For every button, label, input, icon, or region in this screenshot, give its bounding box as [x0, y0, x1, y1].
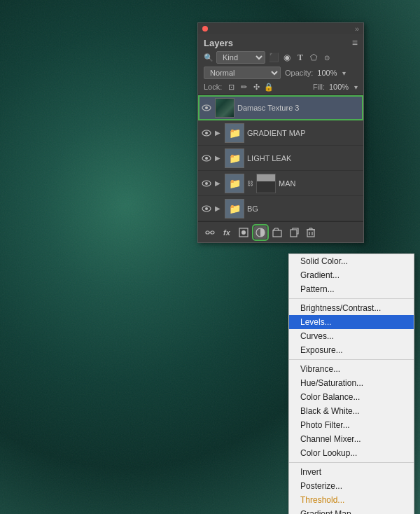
blend-mode-select[interactable]: Normal — [204, 67, 281, 79]
panel-title: Layers — [204, 38, 352, 48]
menu-item-brightness-contrast[interactable]: Brightness/Contrast... — [289, 301, 414, 315]
new-adjustment-button[interactable] — [254, 226, 267, 239]
menu-item-levels[interactable]: Levels... — [289, 315, 414, 329]
panel-header: Layers ≡ 🔍 Kind ⬛ ◉ T ⬠ ⊙ Normal Opacity… — [198, 34, 363, 95]
menu-item-threshold[interactable]: Threshold... — [289, 493, 414, 507]
layer-name: MAN — [279, 179, 360, 188]
blend-row: Normal Opacity: 100% ▾ — [204, 67, 358, 79]
fill-value: 100% — [329, 83, 350, 91]
type-filter-icon[interactable]: T — [295, 52, 306, 63]
layer-row[interactable]: ▶ 📁 ⛓ MAN — [198, 171, 363, 196]
link-layers-button[interactable] — [204, 226, 216, 239]
lock-row: Lock: ⊡ ✏ ✣ 🔒 Fill: 100% ▾ — [204, 82, 358, 92]
pixel-filter-icon[interactable]: ⬛ — [268, 52, 279, 63]
layer-row[interactable]: Damasc Texture 3 — [198, 95, 363, 120]
svg-rect-10 — [206, 231, 209, 234]
svg-rect-18 — [307, 230, 314, 237]
layer-name: LIGHT LEAK — [247, 154, 360, 162]
link-icon: ⛓ — [247, 180, 253, 187]
delete-layer-button[interactable] — [304, 226, 317, 239]
svg-point-14 — [241, 230, 246, 235]
menu-item-black-white[interactable]: Black & White... — [289, 404, 414, 418]
visibility-icon[interactable] — [201, 153, 212, 164]
menu-item-curves[interactable]: Curves... — [289, 329, 414, 343]
lock-move-icon[interactable]: ✣ — [251, 82, 261, 92]
visibility-icon[interactable] — [201, 102, 212, 113]
layers-panel: » Layers ≡ 🔍 Kind ⬛ ◉ T ⬠ ⊙ — [197, 22, 364, 243]
layer-row[interactable]: ▶ 📁 GRADIENT MAP — [198, 120, 363, 146]
expand-arrow[interactable]: ▶ — [215, 129, 222, 137]
expand-arrow[interactable]: ▶ — [215, 154, 222, 162]
svg-rect-11 — [211, 231, 214, 234]
search-icon: 🔍 — [204, 53, 214, 62]
menu-item-vibrance[interactable]: Vibrance... — [289, 362, 414, 376]
layer-row[interactable]: ▶ 📁 LIGHT LEAK — [198, 146, 363, 171]
layer-thumbnail: 📁 — [225, 199, 244, 218]
visibility-icon[interactable] — [201, 178, 212, 189]
shape-filter-icon[interactable]: ⬠ — [308, 52, 319, 63]
menu-item-solid-color[interactable]: Solid Color... — [289, 254, 414, 268]
layer-thumbnail — [215, 98, 234, 118]
menu-separator-2 — [289, 359, 414, 360]
svg-point-9 — [205, 207, 208, 210]
fill-label: Fill: — [313, 83, 325, 91]
panel-top-icons: » — [355, 25, 359, 33]
svg-point-5 — [205, 157, 208, 160]
kind-select[interactable]: Kind — [216, 51, 265, 64]
layers-list: Damasc Texture 3 ▶ 📁 GRADIENT MAP ▶ 📁 LI… — [198, 95, 363, 221]
lock-label: Lock: — [204, 83, 222, 91]
double-arrow-icon[interactable]: » — [355, 25, 359, 33]
expand-arrow[interactable]: ▶ — [215, 179, 222, 187]
panel-menu-icon[interactable]: ≡ — [352, 37, 358, 48]
svg-rect-17 — [290, 230, 297, 237]
layer-name: Damasc Texture 3 — [237, 104, 360, 112]
layer-thumbnail: 📁 — [225, 174, 244, 193]
menu-item-gradient-map[interactable]: Gradient Map... — [289, 507, 414, 514]
opacity-label: Opacity: — [285, 69, 313, 77]
adjustment-dropdown-menu: Solid Color... Gradient... Pattern... Br… — [288, 253, 414, 514]
lock-pixel-icon[interactable]: ⊡ — [226, 82, 236, 92]
layer-mask-thumbnail — [256, 174, 276, 193]
svg-point-1 — [205, 106, 208, 109]
adjustment-filter-icon[interactable]: ◉ — [281, 52, 293, 63]
menu-item-gradient[interactable]: Gradient... — [289, 268, 414, 282]
layer-thumbnail: 📁 — [225, 123, 244, 143]
lock-icons: ⊡ ✏ ✣ 🔒 — [226, 82, 274, 92]
svg-point-7 — [205, 182, 208, 185]
layer-thumbnail: 📁 — [225, 148, 244, 168]
close-button[interactable] — [202, 26, 208, 32]
mask-button[interactable] — [237, 226, 250, 239]
menu-item-pattern[interactable]: Pattern... — [289, 282, 414, 296]
fill-arrow[interactable]: ▾ — [354, 83, 358, 91]
layer-row[interactable]: ▶ 📁 BG — [198, 196, 363, 221]
panel-top-bar: » — [198, 23, 363, 34]
menu-item-exposure[interactable]: Exposure... — [289, 343, 414, 357]
menu-item-photo-filter[interactable]: Photo Filter... — [289, 418, 414, 432]
menu-item-color-balance[interactable]: Color Balance... — [289, 390, 414, 404]
svg-rect-16 — [273, 230, 281, 237]
layer-name: BG — [247, 204, 360, 213]
opacity-arrow[interactable]: ▾ — [342, 69, 346, 77]
menu-item-posterize[interactable]: Posterize... — [289, 479, 414, 493]
new-group-button[interactable] — [271, 226, 284, 239]
svg-point-3 — [205, 132, 208, 134]
fx-button[interactable]: fx — [220, 226, 233, 239]
menu-item-color-lookup[interactable]: Color Lookup... — [289, 446, 414, 460]
visibility-icon[interactable] — [201, 127, 212, 139]
menu-separator-3 — [289, 462, 414, 463]
kind-row: 🔍 Kind ⬛ ◉ T ⬠ ⊙ — [204, 51, 358, 64]
menu-item-hue-saturation[interactable]: Hue/Saturation... — [289, 376, 414, 390]
visibility-icon[interactable] — [201, 203, 212, 214]
opacity-value: 100% — [317, 69, 338, 77]
kind-icons: ⬛ ◉ T ⬠ ⊙ — [268, 52, 332, 63]
lock-all-icon[interactable]: 🔒 — [264, 82, 274, 92]
menu-item-invert[interactable]: Invert — [289, 465, 414, 479]
menu-item-channel-mixer[interactable]: Channel Mixer... — [289, 432, 414, 446]
expand-arrow[interactable]: ▶ — [215, 204, 222, 212]
new-layer-button[interactable] — [288, 226, 300, 239]
menu-separator-1 — [289, 298, 414, 299]
layer-name: GRADIENT MAP — [247, 129, 360, 137]
lock-paint-icon[interactable]: ✏ — [239, 82, 248, 92]
smart-filter-icon[interactable]: ⊙ — [321, 52, 332, 63]
panel-toolbar: fx — [198, 221, 363, 242]
